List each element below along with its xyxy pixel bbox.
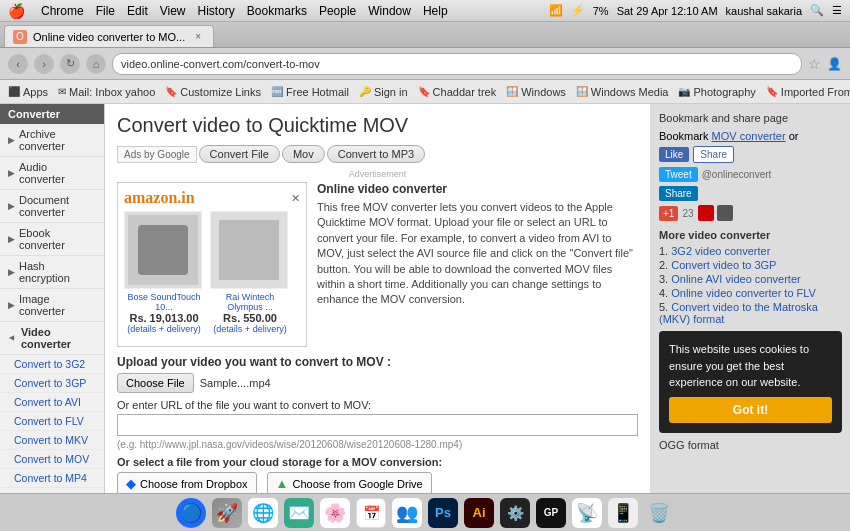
- tab-close-button[interactable]: ×: [191, 30, 205, 44]
- ebook-label: Ebook converter: [19, 227, 96, 251]
- home-button[interactable]: ⌂: [86, 54, 106, 74]
- dock-contacts[interactable]: 👥: [392, 498, 422, 528]
- imported-bookmark[interactable]: 🔖 Imported From IE: [766, 86, 850, 98]
- product-details-1[interactable]: (details + delivery): [124, 324, 204, 334]
- sidebar-item-mov[interactable]: Convert to MOV: [0, 450, 104, 469]
- choose-file-button[interactable]: Choose File: [117, 373, 194, 393]
- back-button[interactable]: ‹: [8, 54, 28, 74]
- edit-menu[interactable]: Edit: [127, 4, 148, 18]
- dropbox-button[interactable]: ◆ Choose from Dropbox: [117, 472, 257, 493]
- file-menu[interactable]: File: [96, 4, 115, 18]
- view-menu[interactable]: View: [160, 4, 186, 18]
- sidebar-item-audio[interactable]: ▶ Audio converter: [0, 157, 104, 190]
- mov-converter-link[interactable]: MOV converter: [712, 130, 786, 142]
- more-item-4[interactable]: Convert video to the Matroska (MKV) form…: [659, 301, 818, 325]
- photography-bookmark[interactable]: 📷 Photography: [678, 86, 755, 98]
- sidebar-item-document[interactable]: ▶ Document converter: [0, 190, 104, 223]
- sidebar-item-flv[interactable]: Convert to FLV: [0, 412, 104, 431]
- social-icon-2[interactable]: [717, 205, 733, 221]
- dock-launchpad[interactable]: 🚀: [212, 498, 242, 528]
- sidebar-item-mkv[interactable]: Convert to MKV: [0, 431, 104, 450]
- customize-bookmark[interactable]: 🔖 Customize Links: [165, 86, 261, 98]
- address-input[interactable]: video.online-convert.com/convert-to-mov: [112, 53, 802, 75]
- windows-bookmark[interactable]: 🪟 Windows: [506, 86, 566, 98]
- social-icons-row: [698, 205, 733, 221]
- sidebar-item-avi[interactable]: Convert to AVI: [0, 393, 104, 412]
- dock-photoshop[interactable]: Ps: [428, 498, 458, 528]
- social-icon-1[interactable]: [698, 205, 714, 221]
- dock-chrome[interactable]: 🌐: [248, 498, 278, 528]
- tweet-button[interactable]: Tweet: [659, 167, 698, 182]
- archive-label: Archive converter: [19, 128, 96, 152]
- ad-product-1: Bose SoundTouch 10... Rs. 19,013.00 (det…: [124, 211, 204, 334]
- bluetooth-icon: ⚡: [571, 4, 585, 17]
- ad-product-2: Rai Wintech Olympus ... Rs. 550.00 (deta…: [210, 211, 290, 334]
- product-name-2[interactable]: Rai Wintech Olympus ...: [210, 292, 290, 312]
- product-details-2[interactable]: (details + delivery): [210, 324, 290, 334]
- fb-like-button[interactable]: Like: [659, 147, 689, 162]
- list-icon[interactable]: ☰: [832, 4, 842, 17]
- ogg-format-label: OGG format: [659, 439, 842, 451]
- google-drive-button[interactable]: ▲ Choose from Google Drive: [267, 472, 432, 493]
- tab-favicon: O: [13, 30, 27, 44]
- ad-close-button[interactable]: ✕: [291, 192, 300, 205]
- chrome-menu[interactable]: Chrome: [41, 4, 84, 18]
- dock-filezilla[interactable]: 📡: [572, 498, 602, 528]
- more-item-0[interactable]: 3G2 video converter: [671, 245, 770, 257]
- url-input[interactable]: [117, 414, 638, 436]
- apps-bookmark[interactable]: ⬛ Apps: [8, 86, 48, 98]
- sidebar-item-image[interactable]: ▶ Image converter: [0, 289, 104, 322]
- imported-icon: 🔖: [766, 86, 778, 97]
- mov-pill[interactable]: Mov: [282, 145, 325, 163]
- sidebar-item-ebook[interactable]: ▶ Ebook converter: [0, 223, 104, 256]
- sidebar-item-mp4[interactable]: Convert to MP4: [0, 469, 104, 488]
- dock-illustrator[interactable]: Ai: [464, 498, 494, 528]
- linkedin-share-button[interactable]: Share: [659, 186, 698, 201]
- reload-button[interactable]: ↻: [60, 54, 80, 74]
- chaddar-bookmark[interactable]: 🔖 Chaddar trek: [418, 86, 497, 98]
- photography-label: Photography: [693, 86, 755, 98]
- convert-file-pill[interactable]: Convert File: [199, 145, 280, 163]
- more-item-3[interactable]: Online video converter to FLV: [671, 287, 816, 299]
- dock-photos[interactable]: 🌸: [320, 498, 350, 528]
- sidebar-item-3gp[interactable]: Convert to 3GP: [0, 374, 104, 393]
- dock-calendar[interactable]: 📅: [356, 498, 386, 528]
- upload-section: Upload your video you want to convert to…: [117, 355, 638, 493]
- gplus-button[interactable]: +1: [659, 206, 678, 221]
- arrow-icon-active: ▼: [7, 334, 17, 343]
- people-menu[interactable]: People: [319, 4, 356, 18]
- dock-mail[interactable]: ✉️: [284, 498, 314, 528]
- dock-iphone[interactable]: 📱: [608, 498, 638, 528]
- fb-share-button[interactable]: Share: [693, 146, 734, 163]
- mail-bookmark[interactable]: ✉ Mail: Inbox yahoo: [58, 86, 155, 98]
- hotmail-bookmark[interactable]: 🆓 Free Hotmail: [271, 86, 349, 98]
- dock-trash[interactable]: 🗑️: [644, 498, 674, 528]
- sidebar-item-hash[interactable]: ▶ Hash encryption: [0, 256, 104, 289]
- more-item-2[interactable]: Online AVI video converter: [671, 273, 800, 285]
- active-tab[interactable]: O Online video converter to MO... ×: [4, 25, 214, 47]
- sidebar-item-3g2[interactable]: Convert to 3G2: [0, 355, 104, 374]
- product-name-1[interactable]: Bose SoundTouch 10...: [124, 292, 204, 312]
- signin-bookmark[interactable]: 🔑 Sign in: [359, 86, 408, 98]
- or-text: or: [789, 130, 799, 142]
- got-it-button[interactable]: Got it!: [669, 397, 832, 423]
- bookmark-star-icon[interactable]: ☆: [808, 56, 821, 72]
- ad-header: amazon.in ✕: [124, 189, 300, 207]
- history-menu[interactable]: History: [198, 4, 235, 18]
- sidebar-item-video[interactable]: ▼ Video converter: [0, 322, 104, 355]
- dock-finder[interactable]: 🔵: [176, 498, 206, 528]
- dock-app1[interactable]: ⚙️: [500, 498, 530, 528]
- search-icon[interactable]: 🔍: [810, 4, 824, 17]
- convert-to-mp3-pill[interactable]: Convert to MP3: [327, 145, 425, 163]
- window-menu[interactable]: Window: [368, 4, 411, 18]
- windowsmedia-bookmark[interactable]: 🪟 Windows Media: [576, 86, 669, 98]
- help-menu[interactable]: Help: [423, 4, 448, 18]
- forward-button[interactable]: ›: [34, 54, 54, 74]
- person-icon[interactable]: 👤: [827, 57, 842, 71]
- more-item-1[interactable]: Convert video to 3GP: [671, 259, 776, 271]
- dock-gopro[interactable]: GP: [536, 498, 566, 528]
- sidebar-item-archive[interactable]: ▶ Archive converter: [0, 124, 104, 157]
- apple-menu[interactable]: 🍎: [8, 3, 25, 19]
- info-title: Online video converter: [317, 182, 638, 196]
- bookmarks-menu[interactable]: Bookmarks: [247, 4, 307, 18]
